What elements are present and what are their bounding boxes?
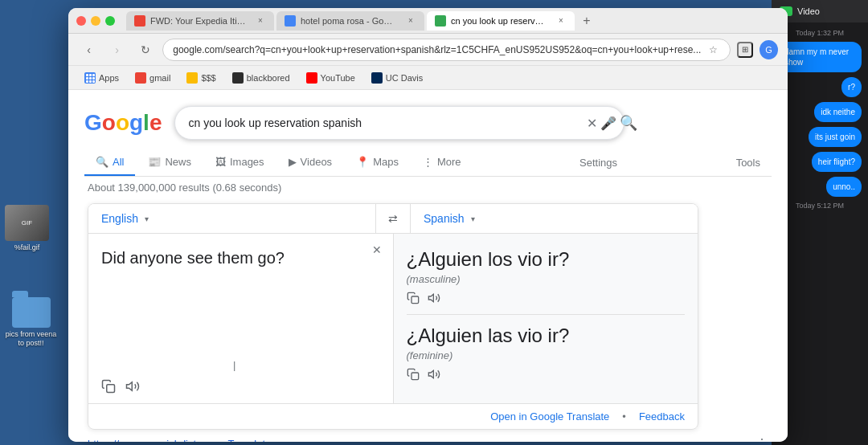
snav-videos[interactable]: ▶ Videos <box>277 149 344 176</box>
tab-label-cn: cn you look up reservation sp... <box>451 16 547 26</box>
bookmark-apps-label: Apps <box>99 73 119 83</box>
copy-target-2-button[interactable] <box>407 368 420 381</box>
clear-search-button[interactable]: ✕ <box>587 116 597 131</box>
nav-bar: ‹ › ↻ google.com/search?q=cn+you+look+up… <box>68 34 788 66</box>
search-input[interactable] <box>174 106 624 140</box>
back-button[interactable]: ‹ <box>78 39 100 61</box>
address-icons: ☆ <box>706 43 720 57</box>
msg-timestamp-2: Today 5:12 PM <box>778 202 862 210</box>
new-tab-button[interactable]: + <box>577 11 596 31</box>
translate-footer: Open in Google Translate • Feedback <box>88 403 698 429</box>
desktop-folder-veena[interactable]: pics from veena to post!! <box>5 297 57 348</box>
msg-bubble-4: its just goin <box>809 127 862 147</box>
result-link: https://www.spanishdict.com › Translate … <box>88 436 768 442</box>
target-lang-chevron: ▾ <box>471 214 475 223</box>
translation-icons-2 <box>407 368 686 381</box>
bookmark-bb[interactable]: blackbored <box>226 70 297 86</box>
source-lang-selector[interactable]: English ▾ <box>88 204 375 233</box>
translate-body: ✕ Did anyone see them go? | <box>88 234 698 403</box>
feedback-link[interactable]: Feedback <box>639 410 685 423</box>
google-logo-row: Google ✕ 🎤 🔍 <box>84 106 772 140</box>
tab-cn[interactable]: cn you look up reservation sp... × <box>427 11 575 31</box>
svg-marker-5 <box>428 371 433 378</box>
extensions-icon[interactable]: ⊞ <box>737 42 752 58</box>
target-lang-selector[interactable]: Spanish ▾ <box>411 204 698 233</box>
translate-header: English ▾ ⇄ Spanish ▾ <box>88 204 698 234</box>
address-bar[interactable]: google.com/search?q=cn+you+look+up+reser… <box>162 39 731 61</box>
translation-icons-1 <box>407 292 686 304</box>
title-bar: FWD: Your Expedia Itinerary f... × hotel… <box>68 8 788 34</box>
search-submit-button[interactable]: 🔍 <box>620 114 637 132</box>
snav-videos-label: Videos <box>301 156 333 168</box>
tab-label-hotel: hotel poma rosa - Google Sea... <box>301 16 397 26</box>
close-button[interactable] <box>76 16 86 26</box>
svg-marker-1 <box>127 382 133 391</box>
bookmark-sss[interactable]: $$$ <box>180 70 222 86</box>
snav-all[interactable]: 🔍 All <box>84 149 135 176</box>
snav-all-label: All <box>113 156 124 168</box>
desktop-thumb-gif[interactable]: GIF %fail.gif <box>5 205 49 251</box>
tab-label-gmail: FWD: Your Expedia Itinerary f... <box>150 16 247 26</box>
snav-news[interactable]: 📰 News <box>137 149 203 176</box>
news-icon: 📰 <box>148 156 161 168</box>
copy-target-1-button[interactable] <box>407 292 420 304</box>
translation-gender-2: (feminine) <box>407 349 686 361</box>
result-url[interactable]: https://www.spanishdict.com › Translate <box>88 438 271 442</box>
tab-close-hotel[interactable]: × <box>405 15 416 27</box>
open-in-translate-link[interactable]: Open in Google Translate <box>490 410 609 423</box>
videos-icon: ▶ <box>289 156 297 168</box>
snav-images-label: Images <box>230 156 264 168</box>
profile-avatar[interactable]: G <box>760 40 778 59</box>
yt-favicon <box>306 72 317 84</box>
folder-icon-veena <box>12 297 51 328</box>
facetime-label: Video <box>797 6 820 16</box>
copy-source-button[interactable] <box>101 379 116 394</box>
msg-bubble-1: damn my m never show <box>778 42 862 72</box>
bookmark-apps[interactable]: Apps <box>78 70 125 86</box>
traffic-lights <box>76 16 115 26</box>
speak-source-button[interactable] <box>125 379 140 394</box>
tab-gmail[interactable]: FWD: Your Expedia Itinerary f... × <box>126 11 274 31</box>
translate-left-icons <box>101 379 140 394</box>
msg-bubble-2: r? <box>841 77 862 97</box>
translate-widget: English ▾ ⇄ Spanish ▾ <box>88 203 698 430</box>
voice-search-button[interactable]: 🎤 <box>600 116 616 131</box>
browser-window: FWD: Your Expedia Itinerary f... × hotel… <box>68 8 788 442</box>
translation-result-1: ¿Alguien los vio ir? (masculine) <box>407 247 686 304</box>
result-kebab-icon[interactable]: ⋮ <box>755 436 768 442</box>
settings-link[interactable]: Settings <box>568 150 628 175</box>
minimize-button[interactable] <box>91 16 100 26</box>
maximize-button[interactable] <box>105 16 115 26</box>
bb-favicon <box>232 72 244 84</box>
tab-close-gmail[interactable]: × <box>255 15 266 27</box>
bookmark-yt[interactable]: YouTube <box>300 70 362 86</box>
thumb-image: GIF <box>5 205 49 241</box>
translate-clear-button[interactable]: ✕ <box>367 240 387 259</box>
bookmark-gmail[interactable]: gmail <box>129 70 177 86</box>
tab-favicon-cn <box>435 15 446 27</box>
forward-button[interactable]: › <box>106 39 128 61</box>
msg-timestamp-1: Today 1:32 PM <box>778 29 862 37</box>
snav-maps[interactable]: 📍 Maps <box>345 149 410 176</box>
snav-more[interactable]: ⋮ More <box>411 149 473 176</box>
all-icon: 🔍 <box>96 156 108 168</box>
reload-button[interactable]: ↻ <box>134 39 156 61</box>
snav-images[interactable]: 🖼 Images <box>204 149 276 176</box>
source-lang-label: English <box>101 212 138 225</box>
more-icon: ⋮ <box>423 156 433 168</box>
translation-divider <box>407 314 686 315</box>
google-main: Google ✕ 🎤 🔍 🔍 <box>68 106 788 442</box>
bookmark-star-icon[interactable]: ☆ <box>706 43 720 57</box>
translation-text-1: ¿Alguien los vio ir? <box>407 247 686 271</box>
bookmark-ucd[interactable]: UC Davis <box>365 70 429 86</box>
bookmark-gmail-label: gmail <box>149 73 170 83</box>
speak-target-1-button[interactable] <box>428 292 440 304</box>
desktop: GIF %fail.gif pics from veena to post!! … <box>0 0 868 445</box>
cursor-indicator: | <box>233 359 235 371</box>
tools-link[interactable]: Tools <box>725 150 772 175</box>
tab-list: FWD: Your Expedia Itinerary f... × hotel… <box>126 11 780 31</box>
tab-close-cn[interactable]: × <box>555 15 567 27</box>
tab-hotel[interactable]: hotel poma rosa - Google Sea... × <box>276 11 424 31</box>
swap-languages-button[interactable]: ⇄ <box>375 204 411 233</box>
speak-target-2-button[interactable] <box>428 368 440 381</box>
